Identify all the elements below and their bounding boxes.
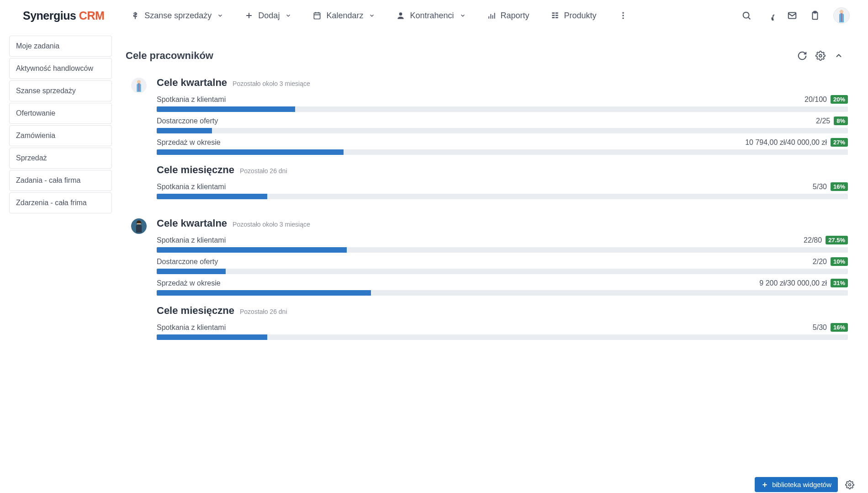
sidebar-item-events-company[interactable]: Zdarzenia - cała frima <box>9 192 112 213</box>
nav-contractors[interactable]: Kontrahenci <box>388 7 474 24</box>
user-avatar-menu[interactable] <box>833 7 850 24</box>
metric-label: Sprzedaż w okresie <box>157 138 221 147</box>
section-sub: Pozostało 26 dni <box>240 167 287 175</box>
dollar-icon <box>131 11 140 20</box>
bottom-settings-button[interactable] <box>842 477 857 492</box>
progress-fill <box>157 106 295 112</box>
nav-more-button[interactable] <box>614 6 632 25</box>
progress-bar <box>157 290 848 296</box>
refresh-icon <box>797 51 807 61</box>
sidebar-item-my-tasks[interactable]: Moje zadania <box>9 36 112 57</box>
section-head: Cele kwartalne Pozostało około 3 miesiąc… <box>157 217 848 229</box>
chevron-up-icon <box>834 51 843 60</box>
svg-point-17 <box>137 80 141 84</box>
widget-label: biblioteka widgetów <box>772 481 831 488</box>
clipboard-button[interactable] <box>806 6 824 25</box>
sidebar-item-sales[interactable]: Sprzedaż <box>9 148 112 169</box>
svg-rect-0 <box>314 13 320 19</box>
bottom-bar: biblioteka widgetów <box>755 477 857 492</box>
metric-label: Spotkania z klientami <box>157 183 226 191</box>
nav-sales-opportunities[interactable]: Szanse sprzedaży <box>122 7 232 24</box>
nav-label: Kontrahenci <box>410 11 454 21</box>
goal-user: Cele kwartalne Pozostało około 3 miesiąc… <box>120 217 859 345</box>
sidebar-item-orders[interactable]: Zamówienia <box>9 125 112 146</box>
metric-value: 20/100 <box>804 95 827 104</box>
nav-label: Raporty <box>501 11 529 21</box>
nav-label: Dodaj <box>258 11 280 21</box>
metric: Dostarczone oferty 2/25 8% <box>157 117 848 133</box>
section-head: Cele kwartalne Pozostało około 3 miesiąc… <box>157 77 848 89</box>
metric-label: Dostarczone oferty <box>157 117 218 125</box>
svg-point-1 <box>399 12 402 16</box>
svg-rect-4 <box>552 15 555 16</box>
section-sub: Pozostało około 3 miesiące <box>233 221 310 228</box>
metric-pct-badge: 20% <box>831 95 848 104</box>
metric-pct-badge: 8% <box>834 117 848 125</box>
metric-value: 5/30 <box>813 323 827 332</box>
svg-rect-5 <box>555 15 558 16</box>
nav-calendar[interactable]: Kalendarz <box>304 7 383 24</box>
metric-pct-badge: 27% <box>831 138 848 147</box>
nav-label: Produkty <box>564 11 597 21</box>
metric-pct-badge: 10% <box>831 257 848 266</box>
metric: Spotkania z klientami 20/100 20% <box>157 95 848 112</box>
search-icon <box>741 11 752 21</box>
metric: Spotkania z klientami 22/80 27.5% <box>157 236 848 253</box>
sidebar-item-sales-activity[interactable]: Aktywność handlowców <box>9 58 112 79</box>
widget-library-button[interactable]: biblioteka widgetów <box>755 477 838 492</box>
chevron-down-icon <box>217 12 223 19</box>
nav-products[interactable]: Produkty <box>542 7 605 24</box>
metric-pct-badge: 16% <box>831 182 848 191</box>
mail-icon <box>787 11 797 21</box>
chat-icon <box>764 11 774 21</box>
svg-rect-3 <box>555 12 558 14</box>
sidebar-item-tasks-company[interactable]: Zadania - cała firma <box>9 170 112 191</box>
bars-icon <box>487 11 496 20</box>
nav-add[interactable]: Dodaj <box>236 7 300 24</box>
refresh-button[interactable] <box>793 47 811 65</box>
section-head: Cele miesięczne Pozostało 26 dni <box>157 164 848 176</box>
collapse-button[interactable] <box>830 47 848 65</box>
metric-value: 9 200 zł/30 000,00 zł <box>759 279 827 287</box>
progress-fill <box>157 247 347 253</box>
metric-value: 22/80 <box>804 236 822 244</box>
main-panel: Cele pracowników Cele kwartalne Pozostał <box>120 36 859 493</box>
progress-fill <box>157 290 371 296</box>
metric-label: Spotkania z klientami <box>157 95 226 104</box>
chevron-down-icon <box>369 12 375 19</box>
logo-part1: Synergius <box>23 9 79 22</box>
metric-pct-badge: 31% <box>831 279 848 287</box>
sidebar-item-opportunities[interactable]: Szanse sprzedaży <box>9 80 112 101</box>
svg-point-10 <box>622 17 624 19</box>
settings-button[interactable] <box>811 47 830 65</box>
logo: Synergius CRM <box>23 9 104 22</box>
clipboard-icon <box>810 11 820 21</box>
progress-bar <box>157 194 848 199</box>
gear-icon <box>815 51 826 61</box>
person-icon <box>396 11 405 20</box>
user-avatar <box>131 218 147 234</box>
svg-rect-2 <box>552 12 555 14</box>
metric-label: Spotkania z klientami <box>157 236 226 244</box>
nav-reports[interactable]: Raporty <box>479 7 538 24</box>
section-sub: Pozostało około 3 miesiące <box>233 80 310 87</box>
mail-button[interactable] <box>783 6 801 25</box>
section-title: Cele kwartalne <box>157 217 227 229</box>
svg-point-16 <box>819 54 822 57</box>
logo-part2: CRM <box>79 9 104 22</box>
search-button[interactable] <box>737 6 756 25</box>
svg-point-15 <box>840 10 843 14</box>
progress-bar <box>157 149 848 155</box>
progress-fill <box>157 194 267 199</box>
nav-label: Kalendarz <box>326 11 363 21</box>
metric-label: Dostarczone oferty <box>157 258 218 266</box>
metric-value: 2/25 <box>816 117 830 125</box>
svg-rect-7 <box>555 17 558 18</box>
sidebar-item-offers[interactable]: Ofertowanie <box>9 103 112 124</box>
svg-point-9 <box>622 15 624 16</box>
metric: Sprzedaż w okresie 9 200 zł/30 000,00 zł… <box>157 279 848 296</box>
metric: Spotkania z klientami 5/30 16% <box>157 182 848 199</box>
chat-button[interactable] <box>760 6 778 25</box>
progress-bar <box>157 247 848 253</box>
progress-bar <box>157 334 848 340</box>
